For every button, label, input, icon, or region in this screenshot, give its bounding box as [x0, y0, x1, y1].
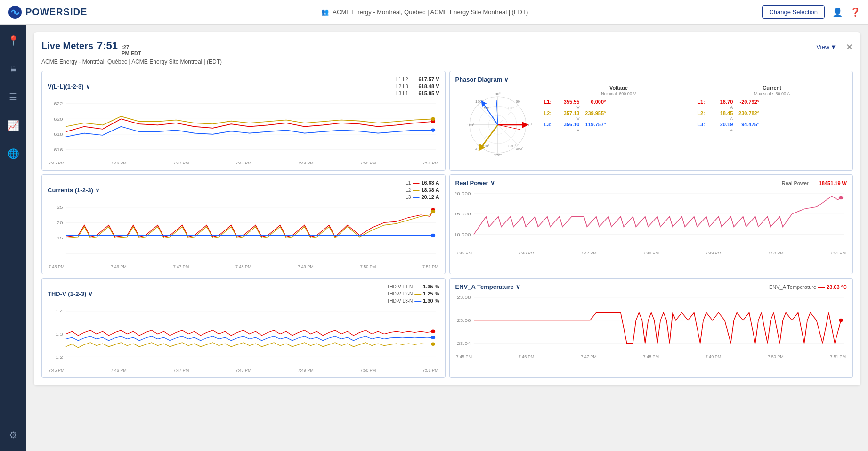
navbar-right: Change Selection 👤 ❓: [762, 5, 860, 19]
env-temp-chart-header: ENV_A Temperature ∨ ENV_A Temperature — …: [455, 283, 847, 290]
phasor-dropdown-icon: ∨: [504, 76, 509, 83]
navbar: POWERSIDE 👥 ACME Energy - Montréal, Québ…: [0, 0, 868, 25]
voltage-legend-l2l3: L2-L3 — 618.48 V: [396, 83, 439, 90]
main-layout: 📍 🖥 ☰ 📈 🌐 ⚙ Live Meters 7:51 :27 PM EDT: [0, 25, 868, 451]
phasor-chart-title[interactable]: Phasor Diagram ∨: [455, 76, 509, 83]
svg-line-35: [498, 125, 520, 130]
svg-text:20: 20: [57, 220, 63, 225]
voltage-chart-area: 622 620 618 616: [48, 98, 439, 160]
env-temp-chart-title[interactable]: ENV_A Temperature ∨: [455, 283, 520, 290]
svg-text:23.08: 23.08: [457, 295, 471, 300]
svg-text:120°: 120°: [475, 99, 483, 104]
svg-text:180°: 180°: [467, 123, 475, 127]
sidebar-item-chart[interactable]: 📈: [5, 117, 22, 134]
svg-text:30°: 30°: [508, 106, 514, 110]
chevron-down-icon: ▼: [830, 43, 836, 50]
breadcrumb: ACME Energy - Montréal, Québec | ACME En…: [41, 58, 853, 65]
phasor-voltage-col: Voltage Nominal: 600.00 V L1: 355.55 0.0…: [544, 85, 694, 132]
real-power-legend: Real Power — 18451.19 W: [782, 180, 847, 187]
current-col-subtitle: Max scale: 50.00 A: [697, 91, 847, 96]
svg-point-54: [838, 196, 843, 200]
real-power-x-axis: 7:45 PM7:46 PM7:47 PM7:48 PM7:49 PM7:50 …: [455, 251, 847, 255]
thd-v-legend: THD-V L1-N — 1.35 % THD-V L2-N — 1.25 % …: [387, 283, 439, 304]
svg-point-47: [431, 234, 435, 238]
phasor-current-rows: L1: 16.70 -20.792° A L2: 18.45 230.782° …: [697, 99, 847, 132]
voltage-legend: L1-L2 — 617.57 V L2-L3 — 618.48 V L3-L1: [396, 76, 439, 97]
voltage-chart-title[interactable]: V(L-L)(1-2-3) ∨: [48, 83, 90, 90]
thd-v-chart-area: 1.4 1.3 1.2: [48, 306, 439, 367]
currents-dropdown-icon: ∨: [95, 187, 100, 194]
svg-text:330°: 330°: [508, 144, 516, 148]
thd-v-legend-l3n: THD-V L3-N — 1.30 %: [387, 297, 439, 304]
user-profile-icon[interactable]: 👤: [832, 7, 843, 17]
voltage-col-title: Voltage: [544, 85, 694, 90]
thd-v-legend-l1n: THD-V L1-N — 1.35 %: [387, 283, 439, 290]
currents-x-axis: 7:45 PM7:46 PM7:47 PM7:48 PM7:49 PM7:50 …: [48, 264, 439, 269]
sidebar-item-settings[interactable]: ⚙: [5, 426, 22, 443]
svg-text:270°: 270°: [494, 153, 502, 157]
user-icon: 👥: [321, 8, 329, 16]
site-info-text: ACME Energy - Montréal, Québec | ACME En…: [333, 8, 528, 16]
thd-v-legend-l2n: THD-V L2-N — 1.25 %: [387, 290, 439, 297]
real-power-chart-panel: Real Power ∨ Real Power — 18451.19 W: [449, 174, 853, 274]
svg-text:620: 620: [54, 116, 63, 122]
currents-chart-header: Currents (1-2-3) ∨ L1 — 16.63 A L2: [48, 180, 439, 200]
voltage-x-axis: 7:45 PM7:46 PM7:47 PM7:48 PM7:49 PM7:50 …: [48, 161, 439, 165]
live-meters-time-small: :27 PM EDT: [122, 44, 141, 57]
svg-text:15: 15: [57, 235, 63, 240]
sidebar-item-monitor[interactable]: 🖥: [5, 60, 22, 77]
svg-point-12: [431, 129, 435, 132]
thd-v-chart-header: THD-V (1-2-3) ∨ THD-V L1-N — 1.35 % THD-…: [48, 283, 439, 304]
thd-v-x-axis: 7:45 PM7:46 PM7:47 PM7:48 PM7:49 PM7:50 …: [48, 368, 439, 373]
voltage-legend-l3l1: L3-L1 — 615.85 V: [396, 90, 439, 97]
thd-v-chart-title[interactable]: THD-V (1-2-3) ∨: [48, 290, 93, 297]
svg-text:622: 622: [54, 101, 63, 106]
svg-point-61: [431, 330, 435, 334]
svg-text:60°: 60°: [516, 99, 521, 104]
live-meters-header: Live Meters 7:51 :27 PM EDT View ▼ ✕: [41, 40, 853, 57]
svg-text:23.04: 23.04: [457, 341, 471, 346]
svg-text:1.3: 1.3: [55, 331, 63, 336]
env-temp-x-axis: 7:45 PM7:46 PM7:47 PM7:48 PM7:49 PM7:50 …: [455, 354, 847, 359]
phasor-current-col: Current Max scale: 50.00 A L1: 16.70 -20…: [697, 85, 847, 132]
voltage-chart-panel: V(L-L)(1-2-3) ∨ L1-L2 — 617.57 V L2-L3: [41, 71, 446, 171]
real-power-chart-title[interactable]: Real Power ∨: [455, 180, 495, 187]
live-meters-panel: Live Meters 7:51 :27 PM EDT View ▼ ✕ ACM…: [34, 32, 860, 385]
view-dropdown[interactable]: View ▼: [816, 43, 836, 50]
close-button[interactable]: ✕: [846, 42, 853, 52]
phasor-data-table: Voltage Nominal: 600.00 V L1: 355.55 0.0…: [544, 85, 847, 132]
env-temp-dropdown-icon: ∨: [516, 283, 520, 290]
phasor-voltage-rows: L1: 355.55 0.000° V L2: 357.13 239.955° …: [544, 99, 694, 132]
logo-text: POWERSIDE: [25, 7, 87, 17]
phasor-chart-header: Phasor Diagram ∨: [455, 76, 847, 83]
phasor-diagram-svg-area: 90° 0° 180° 270° 60° 120° 240° 300° 30° …: [455, 85, 540, 162]
live-meters-time: 7:51: [97, 40, 118, 52]
logo-icon: [8, 5, 23, 20]
currents-legend-l1: L1 — 16.63 A: [406, 180, 439, 186]
voltage-col-subtitle: Nominal: 600.00 V: [544, 91, 694, 96]
sidebar-item-list[interactable]: ☰: [5, 89, 22, 106]
sidebar-item-location[interactable]: 📍: [5, 32, 22, 49]
svg-text:90°: 90°: [495, 92, 500, 96]
svg-text:23.06: 23.06: [457, 318, 471, 323]
time-seconds: :27: [122, 44, 141, 50]
svg-point-63: [431, 336, 435, 340]
change-selection-button[interactable]: Change Selection: [762, 5, 825, 19]
currents-chart-area: 25 20 15: [48, 202, 439, 263]
env-temp-chart-area: 23.08 23.06 23.04: [455, 292, 847, 353]
currents-chart-title[interactable]: Currents (1-2-3) ∨: [48, 187, 100, 194]
help-icon[interactable]: ❓: [850, 7, 860, 17]
svg-text:20,000: 20,000: [455, 191, 471, 196]
live-meters-title: Live Meters 7:51 :27 PM EDT: [41, 40, 141, 57]
thd-v-chart-panel: THD-V (1-2-3) ∨ THD-V L1-N — 1.35 % THD-…: [41, 278, 446, 378]
svg-text:618: 618: [54, 131, 63, 137]
svg-point-62: [431, 343, 435, 346]
env-temp-legend: ENV_A Temperature — 23.03 °C: [769, 284, 847, 290]
voltage-legend-l1l2: L1-L2 — 617.57 V: [396, 76, 439, 82]
svg-point-1: [14, 11, 16, 14]
real-power-chart-area: 20,000 15,000 10,000: [455, 189, 847, 250]
real-power-dropdown-icon: ∨: [490, 180, 495, 187]
sidebar-item-globe[interactable]: 🌐: [5, 145, 22, 162]
svg-point-46: [431, 210, 435, 213]
main-content: Live Meters 7:51 :27 PM EDT View ▼ ✕ ACM…: [26, 25, 868, 451]
